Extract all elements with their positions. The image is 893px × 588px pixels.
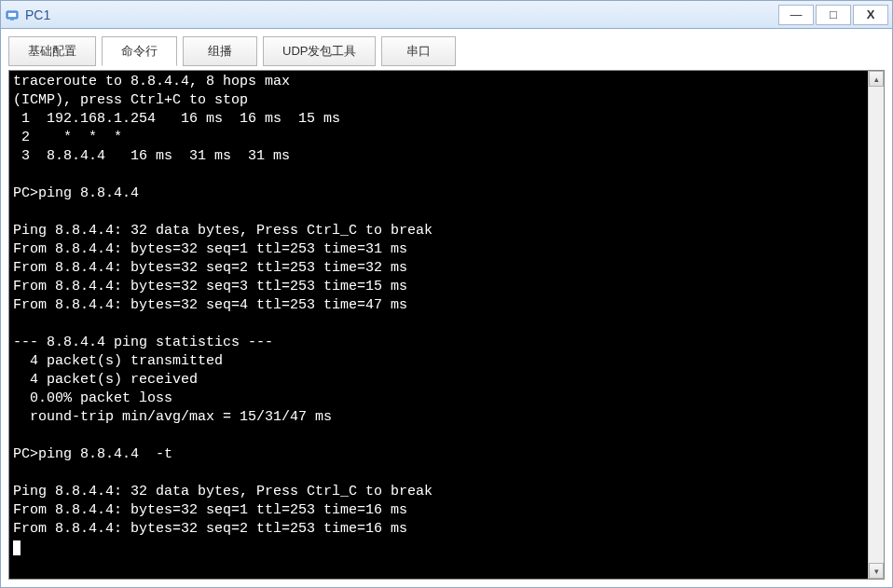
window-controls: — □ X: [778, 5, 888, 25]
window-title: PC1: [25, 7, 778, 22]
minimize-button[interactable]: —: [778, 5, 814, 25]
terminal[interactable]: traceroute to 8.8.4.4, 8 hops max (ICMP)…: [9, 71, 884, 579]
svg-rect-2: [10, 19, 14, 21]
tab-multicast[interactable]: 组播: [183, 36, 257, 66]
tab-basic-config[interactable]: 基础配置: [8, 36, 96, 66]
content-area: 基础配置 命令行 组播 UDP发包工具 串口 traceroute to 8.8…: [1, 29, 892, 587]
scroll-down-button[interactable]: ▾: [869, 563, 884, 579]
tab-serial[interactable]: 串口: [381, 36, 456, 66]
svg-rect-1: [8, 13, 16, 17]
close-button[interactable]: X: [853, 5, 888, 25]
scroll-up-button[interactable]: ▴: [869, 71, 884, 87]
maximize-button[interactable]: □: [816, 5, 851, 25]
tab-udp-tool[interactable]: UDP发包工具: [263, 36, 376, 66]
terminal-cursor: [13, 540, 21, 555]
scrollbar[interactable]: ▴ ▾: [868, 71, 884, 579]
tab-bar: 基础配置 命令行 组播 UDP发包工具 串口: [8, 36, 885, 66]
app-icon: [5, 7, 20, 22]
tab-command-line[interactable]: 命令行: [102, 36, 177, 66]
terminal-container: traceroute to 8.8.4.4, 8 hops max (ICMP)…: [8, 70, 885, 580]
titlebar[interactable]: PC1 — □ X: [1, 1, 892, 29]
app-window: PC1 — □ X 基础配置 命令行 组播 UDP发包工具 串口 tracero…: [0, 0, 893, 588]
